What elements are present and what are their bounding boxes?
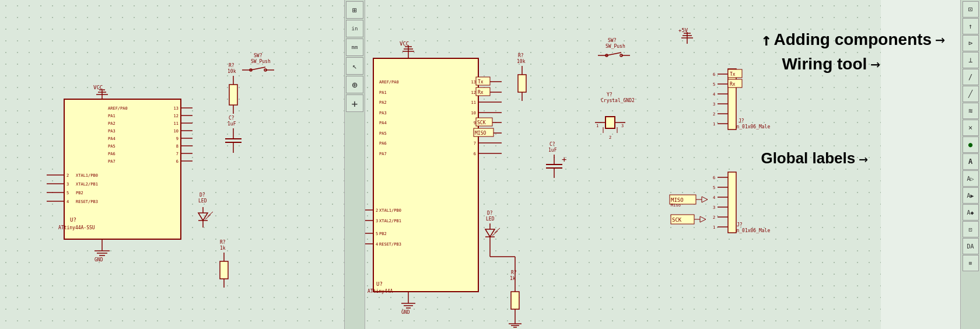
up-toolbar-btn[interactable]: ↑ (963, 18, 979, 34)
wire1-toolbar-btn[interactable]: / (963, 69, 979, 85)
hierarchical-toolbar-btn[interactable]: A◆ (963, 204, 979, 220)
up-arrow-icon: ↑ (761, 29, 771, 50)
globallabel-toolbar-btn[interactable]: A▶ (963, 187, 979, 204)
global-labels-arrow: → (859, 150, 868, 167)
right-toolbar: ⊡ ↑ ⊳ ⊥ / ╱ ≋ × ● A A▷ A▶ A◆ ⊡ DA ⊞ (960, 0, 980, 329)
wire-tool-button[interactable]: ⊕ (346, 76, 363, 93)
wiring-tool-label: Wiring tool (782, 55, 867, 74)
addpower-toolbar-btn[interactable]: DA (963, 238, 979, 254)
global-labels-label: Global labels (761, 149, 855, 167)
left-toolbar: ⊞ in mm ↖ ⊕ + (344, 0, 365, 329)
cursor-button[interactable]: ↖ (346, 57, 363, 75)
cross-toolbar-btn[interactable]: × (963, 120, 979, 136)
resize-toolbar-btn[interactable]: ⊡ (963, 1, 979, 18)
wire2-toolbar-btn[interactable]: ╱ (963, 86, 979, 102)
image-toolbar-btn[interactable]: ⊞ (963, 255, 979, 271)
canvas (0, 0, 881, 329)
ground-toolbar-btn[interactable]: ⊥ (963, 52, 979, 68)
wiring-tool-arrow: → (870, 54, 880, 74)
unit-mm-button[interactable]: mm (346, 38, 363, 56)
text-toolbar-btn[interactable]: A (963, 153, 979, 170)
unit-in-button[interactable]: in (346, 20, 363, 37)
adding-components-label: Adding components (774, 30, 932, 49)
flag-toolbar-btn[interactable]: ⊳ (963, 35, 979, 51)
adding-components-arrow: → (935, 30, 945, 49)
bus-toolbar-btn[interactable]: ≋ (963, 103, 979, 119)
plus-button[interactable]: + (346, 94, 363, 112)
tutorial-section: ↑ Adding components → Wiring tool → Glob… (761, 29, 945, 172)
wiring-tool-line: Wiring tool → (761, 54, 945, 74)
grid-button[interactable]: ⊞ (346, 1, 363, 19)
global-labels-line: Global labels → (761, 149, 945, 167)
netlabel-toolbar-btn[interactable]: A▷ (963, 170, 979, 187)
dot-toolbar-btn[interactable]: ● (963, 136, 979, 153)
addsymbol-toolbar-btn[interactable]: ⊡ (963, 221, 979, 237)
adding-components-line: ↑ Adding components → (761, 29, 945, 50)
